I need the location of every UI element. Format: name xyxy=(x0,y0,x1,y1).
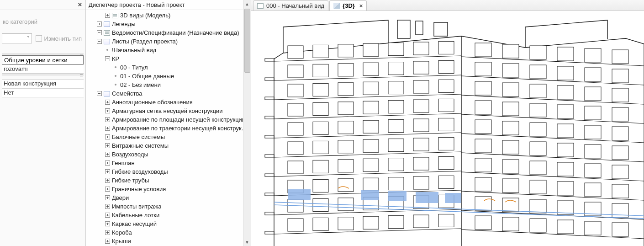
svg-rect-48 xyxy=(388,101,404,113)
tree-node[interactable]: Граничные условия xyxy=(86,185,251,193)
edit-type-label: Изменить тип xyxy=(44,35,82,42)
expand-icon[interactable] xyxy=(105,160,110,166)
svg-rect-150 xyxy=(557,220,574,234)
svg-rect-137 xyxy=(530,180,546,194)
svg-rect-92 xyxy=(438,214,454,227)
tree-node[interactable]: Воздуховоды xyxy=(86,150,251,159)
tree-node[interactable]: 01 - Общие данные xyxy=(86,72,251,80)
tree-node[interactable]: Витражные системы xyxy=(86,141,251,150)
tree-node[interactable]: Армирование по траектории несущей констр… xyxy=(86,124,251,133)
tree-node[interactable]: Крыши xyxy=(86,237,251,246)
tree-node[interactable]: Арматурная сетка несущей конструкции xyxy=(86,107,251,115)
collapse-icon[interactable] xyxy=(97,30,102,35)
tree-node[interactable]: Балочные системы xyxy=(86,133,251,141)
view-tabs: 000 - Начальный вид{3D}× xyxy=(251,0,644,11)
svg-rect-45 xyxy=(313,102,328,115)
scroll-thumb[interactable] xyxy=(244,9,250,73)
svg-rect-42 xyxy=(413,80,429,93)
scrollbar[interactable]: ▲ ▼ xyxy=(243,0,251,246)
tree-node[interactable]: !Начальный вид xyxy=(86,46,251,54)
view-tab[interactable]: {3D}× xyxy=(329,0,367,11)
scroll-track[interactable] xyxy=(244,8,251,238)
svg-rect-50 xyxy=(438,99,454,112)
svg-rect-60 xyxy=(338,140,354,153)
svg-rect-40 xyxy=(363,82,379,95)
expand-icon[interactable] xyxy=(105,213,110,218)
svg-rect-104 xyxy=(612,69,628,83)
svg-rect-121 xyxy=(585,125,601,139)
viewport-3d[interactable] xyxy=(251,11,644,246)
tree-node[interactable]: Семейства xyxy=(86,89,251,98)
tree-node[interactable]: КР xyxy=(86,54,251,63)
tree-node-label: 01 - Общие данные xyxy=(120,73,174,80)
svg-rect-77 xyxy=(413,176,429,189)
expand-icon[interactable] xyxy=(105,126,110,131)
svg-rect-53 xyxy=(338,121,354,134)
cube-icon xyxy=(333,3,340,9)
svg-rect-0 xyxy=(397,20,410,38)
phase-filter-value[interactable]: Нет xyxy=(2,88,84,97)
expand-icon[interactable] xyxy=(105,204,110,209)
svg-rect-132 xyxy=(557,162,574,176)
expand-icon[interactable] xyxy=(105,169,110,174)
expand-icon[interactable] xyxy=(105,100,110,105)
collapse-icon[interactable] xyxy=(97,91,102,96)
expand-icon[interactable] xyxy=(105,195,110,200)
tab-label: {3D} xyxy=(343,2,355,9)
expand-icon[interactable] xyxy=(97,21,102,27)
svg-rect-118 xyxy=(502,121,519,135)
tree-node[interactable]: Кабельные лотки xyxy=(86,211,251,219)
tree-node[interactable]: 02 - Без имени xyxy=(86,80,251,89)
tree-node[interactable]: Генплан xyxy=(86,159,251,167)
expand-icon[interactable] xyxy=(105,117,110,122)
phase-value[interactable]: Новая конструкция xyxy=(2,79,84,88)
filter-combo[interactable] xyxy=(2,33,32,43)
svg-rect-155 xyxy=(388,191,406,201)
scroll-down-icon[interactable]: ▼ xyxy=(244,238,251,246)
close-icon[interactable]: × xyxy=(359,3,363,9)
expand-icon[interactable] xyxy=(105,134,110,139)
svg-rect-27 xyxy=(388,43,404,56)
tree-node[interactable]: Гибкие трубы xyxy=(86,176,251,185)
svg-rect-156 xyxy=(416,192,438,203)
expand-icon[interactable] xyxy=(105,178,110,183)
svg-rect-61 xyxy=(363,139,379,152)
svg-rect-148 xyxy=(502,217,519,231)
view-tab[interactable]: 000 - Начальный вид xyxy=(253,0,328,11)
expand-icon[interactable] xyxy=(105,230,110,235)
svg-rect-1 xyxy=(416,21,423,35)
view-template-input[interactable] xyxy=(2,55,84,64)
svg-rect-127 xyxy=(585,144,601,158)
tree-node[interactable]: 00 - Титул xyxy=(86,63,251,72)
tree-node[interactable]: Двери xyxy=(86,193,251,202)
expand-icon[interactable] xyxy=(105,13,110,18)
tree-node-label: Кабельные лотки xyxy=(112,212,159,219)
expand-icon[interactable] xyxy=(105,187,110,192)
tree-node[interactable]: Каркас несущий xyxy=(86,219,251,228)
edit-type-button[interactable]: Изменить тип xyxy=(34,33,84,43)
tree-node[interactable]: Короба xyxy=(86,228,251,237)
tree-node[interactable]: Легенды xyxy=(86,20,251,28)
close-icon[interactable]: × xyxy=(76,1,84,9)
tree-node[interactable]: Ведомости/Спецификации (Назначение вида) xyxy=(86,28,251,37)
tree-node[interactable]: Аннотационные обозначения xyxy=(86,98,251,107)
tree-node[interactable]: Армирование по площади несущей конструкц… xyxy=(86,115,251,124)
project-browser-tree[interactable]: 3D виды (Модель)ЛегендыВедомости/Специфи… xyxy=(86,10,251,246)
collapse-icon[interactable] xyxy=(97,39,102,44)
expand-icon[interactable] xyxy=(105,152,110,157)
expand-icon[interactable] xyxy=(105,108,110,113)
tree-node-label: 00 - Титул xyxy=(120,64,148,71)
expand-icon[interactable] xyxy=(105,143,110,148)
properties-panel: × ко категорий Изменить тип rozovami xyxy=(0,0,86,246)
tree-node-label: Армирование по траектории несущей констр… xyxy=(112,125,249,132)
expand-icon[interactable] xyxy=(105,239,110,244)
tree-node[interactable]: Импосты витража xyxy=(86,202,251,211)
scroll-up-icon[interactable]: ▲ xyxy=(244,0,251,8)
tree-node[interactable]: Листы (Раздел проекта) xyxy=(86,37,251,46)
tree-node[interactable]: 3D виды (Модель) xyxy=(86,11,251,20)
tree-node[interactable]: Гибкие воздуховоды xyxy=(86,167,251,176)
collapse-icon[interactable] xyxy=(105,56,110,61)
expand-icon[interactable] xyxy=(105,221,110,226)
svg-rect-23 xyxy=(288,46,303,59)
svg-rect-99 xyxy=(475,62,491,76)
